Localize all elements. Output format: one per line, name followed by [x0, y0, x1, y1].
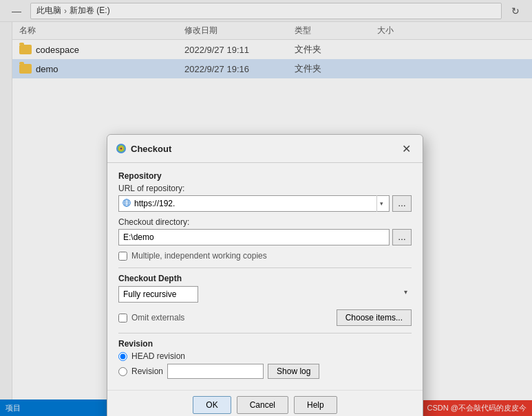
url-browse-button[interactable]: …	[392, 195, 412, 212]
url-dropdown-arrow[interactable]: ▾	[376, 195, 386, 212]
dialog-footer: OK Cancel Help	[107, 390, 423, 416]
ok-button[interactable]: OK	[193, 396, 231, 414]
dialog-overlay: Checkout ✕ Repository URL of repository:	[0, 0, 532, 416]
choose-items-button[interactable]: Choose items...	[337, 309, 412, 326]
depth-select[interactable]: Fully recursive Immediate children Only …	[118, 286, 198, 303]
multiple-copies-label[interactable]: Multiple, independent working copies	[131, 251, 267, 261]
cancel-button[interactable]: Cancel	[237, 396, 288, 414]
head-revision-row: HEAD revision	[118, 351, 412, 361]
dialog-close-button[interactable]: ✕	[398, 140, 414, 157]
depth-row: Fully recursive Immediate children Only …	[118, 286, 412, 303]
omit-externals-checkbox[interactable]	[118, 314, 127, 322]
url-input[interactable]	[134, 199, 374, 208]
head-revision-label[interactable]: HEAD revision	[131, 351, 185, 361]
checkout-dialog: Checkout ✕ Repository URL of repository:	[107, 134, 423, 416]
omit-externals-label[interactable]: Omit externals	[131, 313, 184, 322]
depth-section-label: Checkout Depth	[118, 274, 412, 283]
dialog-app-icon	[116, 143, 127, 154]
repository-section-label: Repository	[118, 171, 412, 181]
url-input-wrapper: ▾	[118, 195, 390, 212]
revision-section: HEAD revision Revision Show log	[118, 351, 412, 379]
omit-externals-row: Omit externals	[118, 313, 184, 322]
help-button[interactable]: Help	[294, 396, 337, 414]
head-revision-radio[interactable]	[118, 352, 127, 361]
dialog-title-text: Checkout	[131, 144, 171, 154]
checkout-dir-input[interactable]	[118, 229, 390, 245]
checkout-dir-browse-button[interactable]: …	[392, 229, 412, 245]
multiple-copies-checkbox[interactable]	[118, 252, 127, 261]
revision-row: Revision Show log	[118, 364, 412, 379]
browser-icon	[122, 198, 131, 210]
separator-1	[118, 267, 412, 268]
revision-label2[interactable]: Revision	[131, 366, 163, 376]
revision-number-input[interactable]	[167, 364, 264, 379]
url-input-row: ▾ …	[118, 195, 412, 212]
externals-choose-row: Omit externals Choose items...	[118, 309, 412, 326]
revision-input-row: Show log	[167, 364, 319, 379]
checkout-dir-row: …	[118, 229, 412, 245]
revision-radio[interactable]	[118, 367, 127, 376]
dialog-titlebar: Checkout ✕	[107, 135, 423, 163]
dialog-title-group: Checkout	[116, 143, 171, 154]
checkout-dir-label: Checkout directory:	[118, 217, 412, 227]
separator-2	[118, 333, 412, 333]
dialog-body: Repository URL of repository:	[107, 163, 423, 390]
url-field-label: URL of repository:	[118, 184, 412, 193]
depth-select-wrapper: Fully recursive Immediate children Only …	[118, 286, 412, 303]
show-log-button[interactable]: Show log	[268, 364, 319, 379]
revision-section-label: Revision	[118, 339, 412, 349]
svg-point-3	[120, 148, 123, 150]
multiple-copies-row: Multiple, independent working copies	[118, 251, 412, 261]
